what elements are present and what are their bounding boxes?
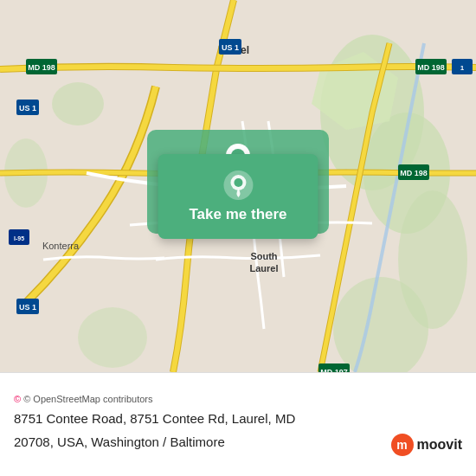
location-pin-icon xyxy=(222,170,254,201)
svg-text:Laurel: Laurel xyxy=(249,263,278,273)
svg-text:US 1: US 1 xyxy=(222,43,239,52)
svg-point-6 xyxy=(52,82,104,125)
svg-text:US 1: US 1 xyxy=(19,104,36,113)
svg-text:Konterra: Konterra xyxy=(42,241,80,251)
svg-text:MD 198: MD 198 xyxy=(417,63,445,72)
svg-text:MD 198: MD 198 xyxy=(28,63,55,72)
map-container: Laurel Konterra South Laurel US 1 US 1 U… xyxy=(0,0,476,476)
svg-point-36 xyxy=(234,178,242,187)
moovit-name: moovit xyxy=(417,437,462,453)
svg-text:South: South xyxy=(250,251,277,261)
take-me-there-button[interactable]: Take me there xyxy=(158,154,318,239)
address-line1: 8751 Contee Road, 8751 Contee Rd, Laurel… xyxy=(14,409,295,428)
svg-text:1: 1 xyxy=(460,64,465,72)
moovit-logo: m moovit xyxy=(391,434,462,456)
take-me-there-label: Take me there xyxy=(189,206,286,223)
osm-credit: © © OpenStreetMap contributors xyxy=(14,394,462,404)
info-panel: © © OpenStreetMap contributors 8751 Cont… xyxy=(0,372,476,476)
svg-point-8 xyxy=(78,307,147,368)
moovit-icon: m xyxy=(391,434,414,456)
svg-text:I-95: I-95 xyxy=(14,235,24,241)
address-line2: 20708, USA, Washington / Baltimore xyxy=(14,433,295,451)
svg-text:MD 198: MD 198 xyxy=(400,169,428,177)
svg-text:US 1: US 1 xyxy=(19,303,36,312)
